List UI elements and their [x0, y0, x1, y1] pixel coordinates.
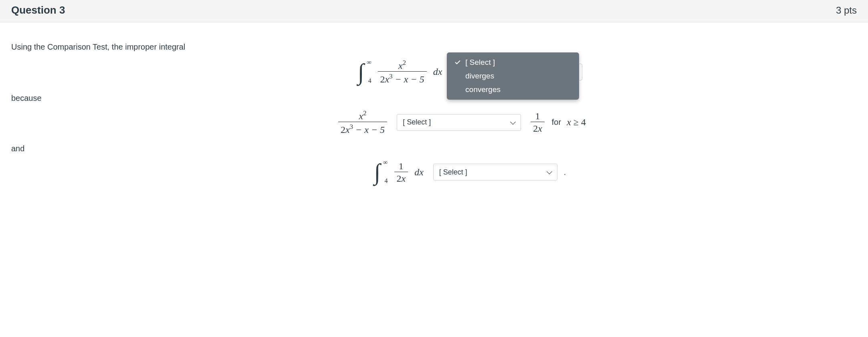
- integral-lower-2: 4: [385, 177, 388, 185]
- integral-upper-1: ∞: [367, 59, 371, 66]
- check-icon: [454, 59, 461, 66]
- dropdown-option-converges[interactable]: converges: [447, 83, 579, 96]
- dx-2: dx: [414, 167, 424, 177]
- trailing-period: .: [564, 168, 566, 177]
- integral-row-2: ∫ ∞ 4 1 2x dx [ Select ] .: [83, 160, 857, 184]
- dropdown-option-label: converges: [465, 85, 501, 94]
- integral-lower-1: 4: [368, 77, 371, 84]
- and-text: and: [11, 144, 857, 153]
- prompt-text: Using the Comparison Test, the improper …: [11, 42, 857, 52]
- question-points: 3 pts: [836, 5, 857, 16]
- dx-1: dx: [433, 66, 442, 77]
- because-text: because: [11, 94, 857, 103]
- answer-2-select[interactable]: [ Select ]: [397, 114, 521, 131]
- integral-symbol-2: ∫ ∞ 4: [374, 160, 382, 184]
- dropdown-option-label: diverges: [465, 72, 494, 80]
- left-fraction: x2 2x3 − x − 5: [338, 110, 387, 134]
- comparison-row: x2 2x3 − x − 5 [ Select ] 1 2x for x ≥ 4: [67, 110, 857, 134]
- dropdown-option-label: [ Select ]: [465, 58, 495, 67]
- integral-upper-2: ∞: [383, 159, 388, 166]
- select-label: [ Select ]: [403, 118, 431, 126]
- dropdown-option-diverges[interactable]: diverges: [447, 69, 579, 83]
- integrand-fraction-1: x2 2x3 − x − 5: [378, 60, 427, 84]
- answer-1-dropdown-open[interactable]: [ Select ] diverges converges: [447, 52, 579, 100]
- dropdown-option-placeholder[interactable]: [ Select ]: [447, 56, 579, 69]
- integral-symbol-1: ∫ ∞ 4: [358, 60, 365, 84]
- select-label: [ Select ]: [439, 168, 467, 177]
- right-fraction: 1 2x: [531, 111, 545, 133]
- integrand-fraction-2: 1 2x: [394, 161, 408, 183]
- question-body: Using the Comparison Test, the improper …: [0, 22, 868, 204]
- integral-row-1: ∫ ∞ 4 x2 2x3 − x − 5 dx [ Select ] diver…: [83, 60, 857, 84]
- question-title: Question 3: [11, 4, 65, 16]
- for-text: for: [552, 118, 561, 127]
- answer-3-select[interactable]: [ Select ]: [433, 164, 557, 181]
- question-header: Question 3 3 pts: [0, 0, 868, 22]
